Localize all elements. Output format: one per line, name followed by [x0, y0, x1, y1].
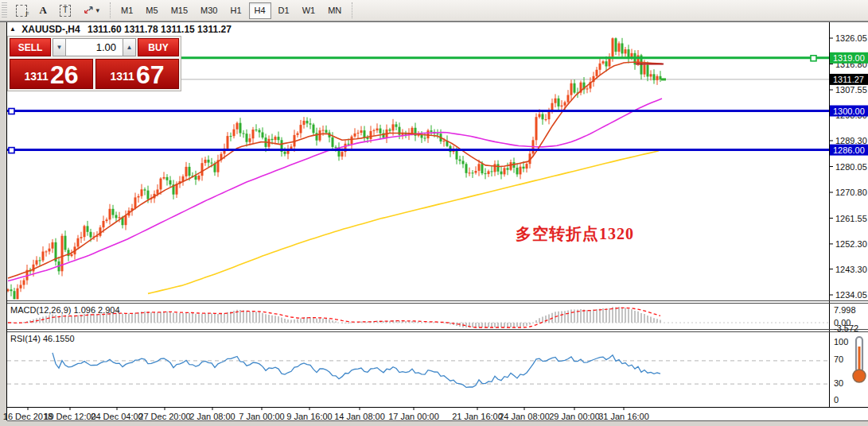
- selection-tool-icon: F: [16, 5, 27, 17]
- indicator-scale-label: 30: [834, 378, 843, 388]
- selection-tool-button[interactable]: F: [10, 2, 33, 19]
- time-axis-label: 7 Jan 00:00: [239, 412, 285, 421]
- tab-timeframe-h4[interactable]: H4: [249, 2, 271, 19]
- price-tick-label: 1307.55: [835, 85, 867, 95]
- toolbar: F A T ▾ M1M5M15M30H1H4D1W1MN: [0, 0, 868, 21]
- ohlc-values: 1311.60 1311.78 1311.15 1311.27: [88, 24, 232, 35]
- sell-price-small: 1311: [25, 66, 49, 87]
- symbol-label: XAUUSD-,H4: [21, 24, 80, 35]
- price-line-label: 1319.00: [833, 53, 865, 63]
- time-axis-label: 9 Jan 16:00: [286, 412, 333, 421]
- time-axis-label: 14 Jan 08:00: [334, 412, 385, 421]
- price-tick-label: 1261.55: [835, 214, 867, 223]
- price-tick-label: 1243.30: [835, 265, 867, 274]
- sell-price-box[interactable]: 1311 26: [10, 59, 93, 89]
- indicator-scale-label: 0: [834, 395, 839, 405]
- volume-decrease-button[interactable]: ▼: [53, 38, 66, 56]
- indicator-scale-label: 7.998: [834, 305, 856, 315]
- buy-price-big: 67: [136, 63, 165, 87]
- text-label-tool-button[interactable]: T: [54, 2, 76, 19]
- time-axis-label: 29 Jan 00:00: [549, 412, 600, 421]
- indicator-scale-label: 100: [834, 337, 848, 347]
- chevron-down-icon: ▾: [96, 6, 100, 14]
- rsi-label: RSI(14) 46.1550: [10, 334, 75, 343]
- volume-input[interactable]: [66, 38, 123, 56]
- volume-increase-button[interactable]: ▲: [123, 38, 136, 56]
- time-axis-label: 24 Dec 04:00: [91, 412, 142, 421]
- price-tick-label: 1326.05: [835, 33, 867, 43]
- tab-timeframe-m30[interactable]: M30: [195, 2, 223, 19]
- indicator-scale-label: -3.572: [834, 323, 858, 333]
- time-axis-label: 17 Jan 00:00: [388, 412, 439, 421]
- toolbar-separator: [110, 2, 111, 18]
- price-tick-label: 1280.05: [835, 162, 867, 172]
- tab-timeframe-m15[interactable]: M15: [165, 2, 193, 19]
- arrow-objects-button[interactable]: ▾: [78, 2, 105, 19]
- time-axis-label: 2 Jan 08:00: [189, 412, 235, 421]
- chart-title: ▲ XAUUSD-,H4 1311.60 1311.78 1311.15 131…: [10, 24, 232, 35]
- toolbar-separator-2: [352, 2, 352, 18]
- price-line-label: 1286.00: [833, 145, 865, 155]
- tab-timeframe-w1[interactable]: W1: [297, 2, 321, 19]
- time-axis-label: 27 Dec 20:00: [138, 412, 190, 421]
- price-line-label: 1300.00: [833, 106, 865, 116]
- collapse-arrow-icon[interactable]: ▲: [10, 25, 16, 33]
- price-line-label: 1311.27: [833, 75, 864, 84]
- arrows-icon: [84, 5, 94, 16]
- price-tick-label: 1234.05: [835, 290, 867, 300]
- tab-timeframe-h1[interactable]: H1: [224, 2, 247, 19]
- toolbar-grip[interactable]: [2, 2, 7, 18]
- tab-timeframe-d1[interactable]: D1: [273, 2, 295, 19]
- price-tick-label: 1289.30: [835, 136, 867, 145]
- letter-a-icon: A: [40, 4, 47, 17]
- tab-timeframe-m1[interactable]: M1: [115, 2, 138, 19]
- macd-label: MACD(12,26,9) 1.096 2.904: [10, 305, 120, 315]
- sell-button[interactable]: SELL: [10, 38, 51, 56]
- text-tool-button[interactable]: A: [34, 2, 53, 19]
- timeframe-bar: M1M5M15M30H1H4D1W1MN: [115, 2, 348, 19]
- chart-annotation-text[interactable]: 多空转折点1320: [516, 223, 634, 245]
- time-axis-label: 31 Jan 16:00: [598, 412, 649, 421]
- sell-price-big: 26: [50, 63, 79, 87]
- thermometer-icon: [851, 335, 867, 385]
- indicator-scale-label: 70: [834, 354, 843, 364]
- time-axis-label: 19 Dec 12:00: [44, 412, 95, 421]
- tab-timeframe-m5[interactable]: M5: [140, 2, 163, 19]
- price-tick-label: 1270.80: [835, 188, 867, 197]
- tab-timeframe-mn[interactable]: MN: [322, 2, 347, 19]
- time-axis-label: 24 Jan 08:00: [499, 412, 550, 421]
- buy-button[interactable]: BUY: [138, 38, 179, 56]
- letter-t-icon: T: [60, 5, 71, 17]
- time-axis-label: 21 Jan 16:00: [452, 412, 503, 421]
- trade-panel: SELL ▼ ▲ BUY 1311 26 1311 67: [7, 36, 181, 91]
- buy-price-box[interactable]: 1311 67: [95, 59, 179, 89]
- buy-price-small: 1311: [111, 66, 134, 87]
- price-tick-label: 1252.30: [835, 239, 867, 249]
